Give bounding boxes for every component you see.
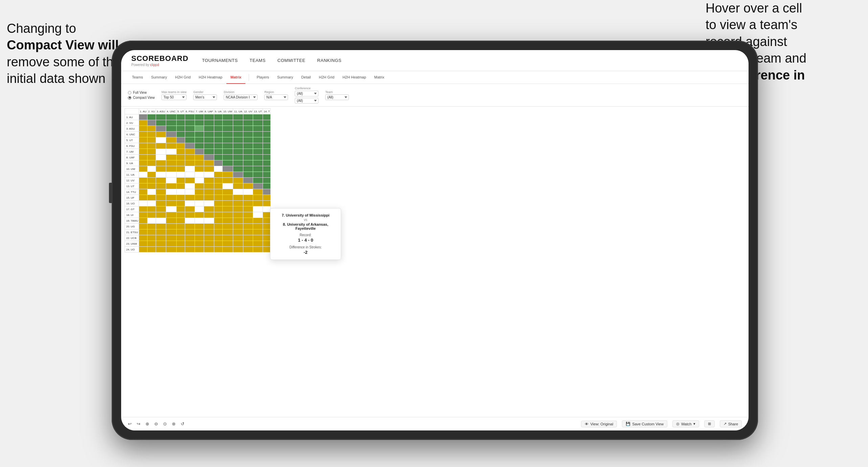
matrix-cell[interactable] — [204, 189, 214, 195]
nav-tournaments[interactable]: TOURNAMENTS — [202, 58, 238, 63]
team-select[interactable]: (All) — [325, 94, 349, 100]
save-custom-view-button[interactable]: 💾 Save Custom View — [622, 420, 667, 427]
matrix-cell[interactable] — [195, 229, 204, 235]
tab-h2h-heatmap-right[interactable]: H2H Heatmap — [338, 71, 370, 84]
matrix-cell[interactable] — [204, 183, 214, 189]
matrix-cell[interactable] — [233, 155, 243, 160]
matrix-cell[interactable] — [166, 178, 176, 183]
matrix-cell[interactable] — [253, 189, 263, 195]
matrix-cell[interactable] — [185, 166, 195, 172]
matrix-cell[interactable] — [177, 241, 185, 247]
matrix-cell[interactable] — [195, 132, 204, 137]
matrix-cell[interactable] — [214, 241, 222, 247]
max-teams-select[interactable]: Top 50 — [161, 94, 186, 100]
matrix-cell[interactable] — [214, 189, 222, 195]
matrix-cell[interactable] — [263, 126, 271, 132]
matrix-cell[interactable] — [147, 137, 156, 143]
matrix-cell[interactable] — [243, 235, 253, 241]
matrix-cell[interactable] — [195, 206, 204, 212]
matrix-cell[interactable] — [233, 149, 243, 155]
division-select[interactable]: NCAA Division I — [224, 94, 258, 100]
matrix-cell[interactable] — [147, 212, 156, 218]
tab-players[interactable]: Players — [252, 71, 273, 84]
region-select[interactable]: N/A — [264, 94, 288, 100]
matrix-cell[interactable] — [214, 160, 222, 166]
matrix-cell[interactable] — [214, 218, 222, 224]
matrix-cell[interactable] — [139, 241, 148, 247]
matrix-cell[interactable] — [185, 218, 195, 224]
matrix-cell[interactable] — [195, 212, 204, 218]
matrix-cell[interactable] — [253, 247, 263, 252]
matrix-cell[interactable] — [233, 247, 243, 252]
matrix-cell[interactable] — [253, 195, 263, 201]
matrix-cell[interactable] — [166, 247, 176, 252]
matrix-cell[interactable] — [166, 212, 176, 218]
matrix-cell[interactable] — [253, 126, 263, 132]
matrix-cell[interactable] — [214, 183, 222, 189]
matrix-cell[interactable] — [166, 189, 176, 195]
compact-view-radio[interactable] — [128, 96, 131, 99]
matrix-cell[interactable] — [195, 183, 204, 189]
matrix-cell[interactable] — [222, 178, 233, 183]
matrix-cell[interactable] — [185, 235, 195, 241]
matrix-cell[interactable] — [253, 241, 263, 247]
refresh-icon[interactable]: ↺ — [181, 421, 184, 426]
matrix-cell[interactable] — [147, 166, 156, 172]
matrix-cell[interactable] — [253, 166, 263, 172]
matrix-cell[interactable] — [185, 172, 195, 178]
matrix-cell[interactable] — [147, 183, 156, 189]
matrix-cell[interactable] — [233, 229, 243, 235]
matrix-cell[interactable] — [204, 143, 214, 149]
matrix-cell[interactable] — [195, 149, 204, 155]
matrix-cell[interactable] — [243, 212, 253, 218]
matrix-cell[interactable] — [263, 195, 271, 201]
matrix-cell[interactable] — [222, 235, 233, 241]
matrix-cell[interactable] — [214, 155, 222, 160]
watch-button[interactable]: ◎ Watch ▾ — [672, 420, 699, 427]
matrix-cell[interactable] — [139, 160, 148, 166]
matrix-cell[interactable] — [222, 224, 233, 229]
matrix-cell[interactable] — [147, 229, 156, 235]
matrix-cell[interactable] — [204, 178, 214, 183]
matrix-cell[interactable] — [222, 143, 233, 149]
matrix-cell[interactable] — [185, 137, 195, 143]
matrix-cell[interactable] — [177, 218, 185, 224]
matrix-cell[interactable] — [222, 189, 233, 195]
matrix-cell[interactable] — [139, 189, 148, 195]
matrix-cell[interactable] — [243, 172, 253, 178]
matrix-cell[interactable] — [253, 160, 263, 166]
matrix-cell[interactable] — [195, 160, 204, 166]
view-original-button[interactable]: 👁 View: Original — [581, 421, 617, 427]
matrix-cell[interactable] — [156, 114, 166, 120]
matrix-cell[interactable] — [243, 137, 253, 143]
matrix-cell[interactable] — [204, 224, 214, 229]
matrix-cell[interactable] — [156, 132, 166, 137]
matrix-cell[interactable] — [233, 206, 243, 212]
matrix-cell[interactable] — [166, 149, 176, 155]
matrix-cell[interactable] — [214, 126, 222, 132]
matrix-cell[interactable] — [222, 120, 233, 126]
tab-teams[interactable]: Teams — [128, 71, 147, 84]
matrix-cell[interactable] — [222, 137, 233, 143]
matrix-cell[interactable] — [156, 235, 166, 241]
matrix-cell[interactable] — [166, 241, 176, 247]
matrix-cell[interactable] — [233, 201, 243, 206]
matrix-cell[interactable] — [156, 247, 166, 252]
matrix-cell[interactable] — [214, 132, 222, 137]
matrix-cell[interactable] — [195, 218, 204, 224]
matrix-cell[interactable] — [177, 178, 185, 183]
matrix-cell[interactable] — [214, 149, 222, 155]
matrix-cell[interactable] — [243, 149, 253, 155]
matrix-cell[interactable] — [195, 241, 204, 247]
matrix-cell[interactable] — [243, 218, 253, 224]
matrix-cell[interactable] — [139, 235, 148, 241]
matrix-cell[interactable] — [139, 126, 148, 132]
matrix-cell[interactable] — [263, 229, 271, 235]
matrix-cell[interactable] — [195, 155, 204, 160]
matrix-cell[interactable] — [214, 206, 222, 212]
share-button[interactable]: ↗ Share — [720, 420, 742, 427]
matrix-cell[interactable] — [166, 120, 176, 126]
matrix-cell[interactable] — [147, 235, 156, 241]
matrix-cell[interactable] — [166, 166, 176, 172]
matrix-cell[interactable] — [263, 247, 271, 252]
